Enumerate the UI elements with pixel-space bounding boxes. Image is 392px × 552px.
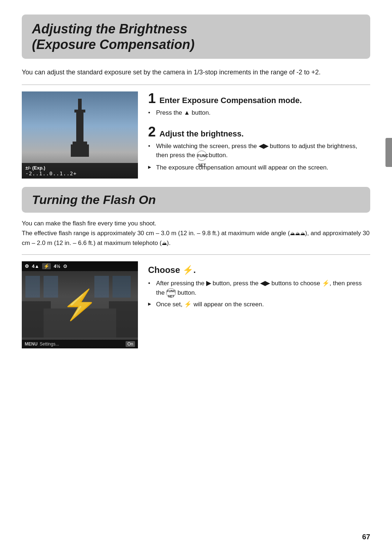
exp-scale: -2..1..0..1..2+ <box>25 171 134 176</box>
choose-title: Choose ⚡. <box>148 265 370 275</box>
section1-title-line1: Adjusting the Brightness <box>32 21 360 37</box>
settings-label: Settings... <box>40 342 59 347</box>
step1-item-1: Press the ▲ button. <box>148 108 370 118</box>
page-number: 67 <box>362 533 370 541</box>
svg-rect-2 <box>76 113 83 142</box>
svg-rect-0 <box>78 99 82 110</box>
step1-items: Press the ▲ button. <box>148 108 370 118</box>
exp-label: ±/- (Exp.) <box>25 165 134 171</box>
flash-section-title: Turning the Flash On <box>32 193 360 207</box>
svg-rect-11 <box>113 276 131 298</box>
choose-items: After pressing the ▶ button, press the ◀… <box>148 279 370 309</box>
step2-title: Adjust the brightness. <box>159 129 244 139</box>
camera-image-2: ⚙ 4▲ ⚡ 4½ ⊙ <box>22 261 138 348</box>
section1-banner: Adjusting the Brightness (Exposure Compe… <box>22 15 370 59</box>
menu-label: MENU <box>25 342 37 347</box>
section1-title-line2: (Exposure Compensation) <box>32 37 360 52</box>
svg-rect-9 <box>44 276 58 298</box>
camera-bottom-label: MENU Settings... On <box>22 340 138 348</box>
flash-banner: Turning the Flash On <box>22 187 370 213</box>
tower-silhouette <box>69 99 91 157</box>
flash-lightning-icon: ⚡ <box>62 288 98 322</box>
on-badge: On <box>126 341 135 347</box>
step1-number: 1 <box>148 91 156 105</box>
page: Adjusting the Brightness (Exposure Compe… <box>0 0 392 552</box>
step1-header: 1 Enter Exposure Compensation mode. <box>148 91 370 105</box>
section2-image-box: ⚙ 4▲ ⚡ 4½ ⊙ <box>22 261 138 348</box>
flash-intro-line1: You can make the flash fire every time y… <box>22 218 370 228</box>
step1-block: 1 Enter Exposure Compensation mode. Pres… <box>148 91 370 118</box>
step2-items: While watching the screen, press the ◀▶ … <box>148 142 370 172</box>
section1-content-row: ±/- (Exp.) -2..1..0..1..2+ 1 Enter Expos… <box>22 91 370 180</box>
section2-content-row: ⚙ 4▲ ⚡ 4½ ⊙ <box>22 261 370 348</box>
exposure-overlay: ±/- (Exp.) -2..1..0..1..2+ <box>22 163 138 179</box>
step2-item-1: While watching the screen, press the ◀▶ … <box>148 142 370 161</box>
section1-intro: You can adjust the standard exposure set… <box>22 68 370 77</box>
func-set-button-2: FUNCSET <box>166 288 176 298</box>
icon-mode-2: 4▲ <box>32 263 39 269</box>
icon-mode-4: ⊙ <box>63 263 67 269</box>
icon-mode-3: 4½ <box>54 263 60 269</box>
section1-image-box: ±/- (Exp.) -2..1..0..1..2+ <box>22 91 138 180</box>
step2-item-2: The exposure compensation amount will ap… <box>148 163 370 172</box>
choose-section: Choose ⚡. After pressing the ▶ button, p… <box>148 265 370 309</box>
step2-block: 2 Adjust the brightness. While watching … <box>148 125 370 172</box>
step2-header: 2 Adjust the brightness. <box>148 125 370 139</box>
svg-rect-4 <box>71 144 89 157</box>
divider-2 <box>22 254 370 255</box>
flash-intro: You can make the flash fire every time y… <box>22 218 370 248</box>
flash-intro-line2: The effective flash range is approximate… <box>22 228 370 248</box>
camera-image-1: ±/- (Exp.) -2..1..0..1..2+ <box>22 91 138 179</box>
section1-steps: 1 Enter Exposure Compensation mode. Pres… <box>148 91 370 180</box>
svg-rect-3 <box>73 142 87 144</box>
camera-top-bar: ⚙ 4▲ ⚡ 4½ ⊙ <box>22 261 138 271</box>
step1-title: Enter Exposure Compensation mode. <box>159 96 302 105</box>
section2-steps: Choose ⚡. After pressing the ▶ button, p… <box>148 261 370 348</box>
edge-tab <box>385 138 392 167</box>
func-set-button-1: FUNCSET <box>197 151 207 161</box>
choose-item-1: After pressing the ▶ button, press the ◀… <box>148 279 370 298</box>
choose-item-2: Once set, ⚡ will appear on the screen. <box>148 300 370 309</box>
divider-1 <box>22 85 370 85</box>
svg-rect-1 <box>74 110 85 113</box>
icon-flash-active: ⚡ <box>42 263 51 269</box>
icon-mode-1: ⚙ <box>25 263 29 269</box>
svg-rect-8 <box>25 276 40 298</box>
step2-number: 2 <box>148 125 156 139</box>
